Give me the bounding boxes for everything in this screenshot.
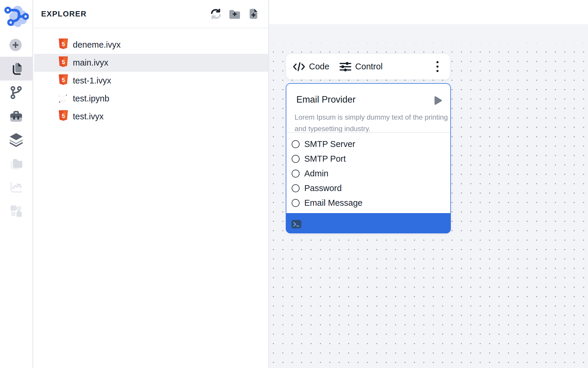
sidebar-item-files[interactable] [0, 57, 32, 81]
canvas-toolbar: Code Control [286, 53, 450, 80]
toolbar-menu-button[interactable] [434, 54, 441, 79]
file-name: test-1.ivyx [73, 76, 111, 86]
app-window: EXPLORER [0, 0, 588, 368]
email-provider-node[interactable]: Email Provider Lorem Ipsum is simply dum… [286, 83, 451, 233]
explorer-actions [210, 0, 259, 28]
option-label: SMTP Port [304, 154, 346, 164]
node-option-row[interactable]: SMTP Server [286, 137, 450, 151]
node-option-row[interactable]: Password [286, 181, 450, 195]
git-branch-icon [10, 86, 22, 99]
sidebar-item-analytics[interactable] [0, 175, 32, 199]
new-folder-icon [229, 9, 241, 19]
html5-icon: 5 [59, 56, 68, 69]
sidebar-item-plugins[interactable] [0, 199, 32, 223]
file-type-icon: 5 [58, 74, 68, 88]
refresh-icon [210, 9, 221, 19]
app-logo [3, 4, 29, 29]
explorer-header: EXPLORER [34, 0, 268, 28]
svg-text:5: 5 [61, 77, 65, 83]
html5-icon: 5 [59, 74, 68, 87]
tab-control-label: Control [355, 62, 383, 71]
code-icon [293, 61, 305, 72]
flow-canvas: Code Control Email Provider [269, 0, 588, 368]
option-label: Password [304, 183, 342, 193]
new-folder-button[interactable] [229, 8, 241, 20]
file-row[interactable]: 5 main.ivyx [34, 54, 268, 72]
radio-button[interactable] [292, 155, 300, 163]
file-type-icon: 5 [58, 110, 68, 123]
html5-icon: 5 [59, 110, 68, 123]
terminal-button[interactable] [291, 220, 301, 228]
option-label: Email Message [304, 198, 362, 208]
plus-icon [9, 39, 22, 51]
file-name: deneme.ivyx [73, 40, 121, 50]
new-file-icon [248, 8, 258, 20]
svg-text:5: 5 [61, 41, 65, 47]
explorer-title: EXPLORER [41, 9, 87, 19]
file-list: 5 deneme.ivyx 5 main.ivyx 5 test-1.ivyx … [34, 28, 268, 126]
tab-code[interactable]: Code [293, 61, 329, 72]
file-name: main.ivyx [73, 58, 108, 68]
file-row[interactable]: 5 deneme.ivyx [34, 36, 268, 54]
node-options: SMTP Server SMTP Port Admin Password Ema… [286, 133, 450, 210]
svg-text:5: 5 [61, 59, 65, 65]
new-file-button[interactable] [248, 8, 259, 20]
play-icon [434, 96, 443, 106]
file-row[interactable]: 5 test-1.ivyx [34, 72, 268, 90]
toolbox-icon [9, 110, 23, 123]
radio-button[interactable] [292, 199, 300, 207]
radio-button[interactable] [292, 140, 300, 148]
node-option-row[interactable]: SMTP Port [286, 151, 450, 166]
icon-sidebar [0, 0, 33, 368]
file-type-icon: 5 [58, 38, 68, 52]
radio-button[interactable] [292, 184, 300, 192]
add-button[interactable] [9, 39, 22, 51]
node-description-line: Lorem Ipsum is simply dummy text of the … [295, 111, 448, 123]
radio-button[interactable] [292, 170, 300, 178]
explorer-panel: EXPLORER [34, 0, 269, 368]
refresh-button[interactable] [210, 8, 222, 20]
files-icon [10, 62, 22, 76]
sidebar-item-folders[interactable] [0, 152, 32, 176]
file-name: test.ivyx [73, 112, 104, 121]
jupyter-icon [58, 93, 68, 105]
sidebar-item-flows[interactable] [0, 81, 32, 104]
chart-icon [10, 182, 23, 193]
tab-code-label: Code [309, 62, 329, 71]
sidebar-item-layers[interactable] [0, 128, 32, 152]
canvas-top-strip [269, 0, 588, 24]
tab-control[interactable]: Control [339, 61, 383, 72]
node-option-row[interactable]: Email Message [286, 195, 450, 210]
node-description: Lorem Ipsum is simply dummy text of the … [295, 111, 448, 134]
sidebar-item-toolbox[interactable] [0, 104, 32, 128]
terminal-icon [293, 222, 300, 227]
html5-icon: 5 [59, 39, 68, 51]
puzzle-icon [10, 205, 23, 218]
node-title: Email Provider [296, 94, 356, 105]
option-label: SMTP Server [304, 139, 355, 149]
folder-icon [9, 158, 23, 170]
node-footer [286, 213, 451, 233]
file-type-icon [58, 92, 68, 106]
file-name: test.ipynb [73, 94, 109, 103]
node-option-row[interactable]: Admin [286, 166, 450, 181]
layers-icon [9, 133, 23, 147]
cloud-branch-logo-icon [3, 4, 29, 29]
file-row[interactable]: test.ipynb [34, 90, 268, 108]
file-type-icon: 5 [58, 56, 68, 70]
sliders-icon [339, 61, 352, 72]
svg-text:5: 5 [61, 113, 65, 119]
run-node-button[interactable] [434, 96, 443, 106]
file-row[interactable]: 5 test.ivyx [34, 108, 268, 126]
option-label: Admin [304, 169, 328, 178]
kebab-menu-icon [436, 61, 439, 63]
